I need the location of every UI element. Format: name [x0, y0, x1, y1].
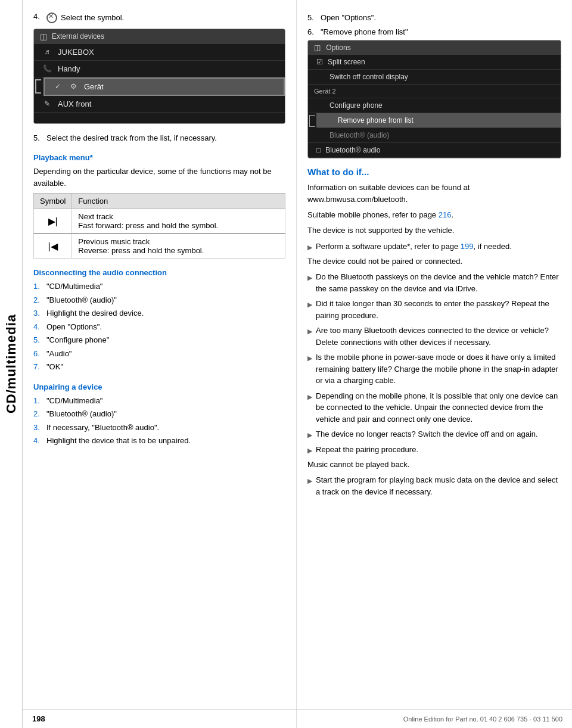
table-row-prev: |◀ Previous music track Reverse: press a… — [34, 234, 285, 259]
bullet-noreact-text: The device no longer reacts? Switch the … — [316, 428, 561, 440]
bullet-timeout-text: Did it take longer than 30 seconds to en… — [316, 298, 561, 321]
footer-publication-text: Online Edition for Part no. 01 40 2 606 … — [403, 715, 562, 723]
para2-link[interactable]: 216 — [439, 210, 452, 219]
list-item: 7."OK" — [33, 361, 285, 373]
step5-right-number: 5. — [307, 12, 321, 24]
bullet-item-startprog: ▶ Start the program for playing back mus… — [307, 474, 561, 497]
page-199-link[interactable]: 199 — [461, 242, 474, 251]
bullet-item-software: ▶ Perform a software update*, refer to p… — [307, 241, 561, 253]
step5-right: 5. Open "Options". — [307, 12, 561, 24]
bullet-passkeys-text: Do the Bluetooth passkeys on the device … — [316, 271, 561, 294]
device-header: ◫ External devices — [34, 29, 285, 44]
list-item: 3.Highlight the desired device. — [33, 307, 285, 319]
device-item-jukebox-label: JUKEBOX — [58, 48, 94, 57]
device-item-jukebox[interactable]: ♬ JUKEBOX — [34, 44, 285, 61]
bullet-item-toomany: ▶ Are too many Bluetooth devices connect… — [307, 325, 561, 348]
para5: Music cannot be played back. — [307, 459, 561, 471]
device-item-aux[interactable]: ✎ AUX front — [34, 96, 285, 113]
options-item-bt-audio-check[interactable]: □ Bluetooth® audio — [308, 143, 561, 158]
disconnect-steps-list: 1."CD/Multimedia" 2."Bluetooth® (audio)"… — [33, 281, 285, 373]
external-devices-icon: ◫ — [40, 32, 47, 41]
device-header-title: External devices — [52, 32, 104, 41]
para1: Information on suitable devices can be f… — [307, 182, 561, 206]
symbol-next: ▶| — [34, 209, 72, 234]
function-next: Next track Fast forward: press and hold … — [72, 209, 285, 234]
footer-page-number: 198 — [32, 714, 45, 723]
bullet-item-timeout: ▶ Did it take longer than 30 seconds to … — [307, 298, 561, 321]
bullet-onedevice-text: Depending on the mobile phone, it is pos… — [316, 390, 561, 425]
playback-heading: Playback menu* — [33, 153, 285, 162]
step6-right-number: 6. — [307, 26, 321, 38]
settings-symbol-icon — [46, 13, 57, 23]
list-item: 2."Bluetooth® (audio)" — [33, 408, 285, 420]
split-screen-icon: ☑ — [316, 58, 323, 66]
check-icon: ✓ — [53, 82, 63, 91]
list-item: 6."Audio" — [33, 348, 285, 360]
bullet-startprog-text: Start the program for playing back music… — [316, 474, 561, 497]
bracket-row: ✓ ⚙ Gerät — [34, 77, 285, 96]
disconnect-heading: Disconnecting the audio connection — [33, 268, 285, 277]
bullet-powersave-text: Is the mobile phone in power-save mode o… — [316, 351, 561, 387]
bullet-repeat-text: Repeat the pairing procedure. — [316, 444, 561, 456]
symbol-table: Symbol Function ▶| Next track Fast forwa… — [33, 193, 285, 259]
options-item-configure[interactable]: Configure phone — [308, 98, 561, 113]
bullet-item-passkeys: ▶ Do the Bluetooth passkeys on the devic… — [307, 271, 561, 294]
bullet-tri-powersave: ▶ — [307, 353, 312, 363]
bullet-triangle-icon: ▶ — [307, 242, 312, 253]
options-header: ◫ Options — [308, 41, 561, 55]
col-symbol: Symbol — [34, 194, 72, 209]
jukebox-icon: ♬ — [42, 48, 52, 56]
function-prev: Previous music track Reverse: press and … — [72, 234, 285, 259]
sidebar-label: CD/multimedia — [0, 0, 23, 728]
table-header-row: Symbol Function — [34, 194, 285, 209]
device-body: ♬ JUKEBOX 📞 Handy ✓ ⚙ Gerät — [34, 44, 285, 123]
list-item: 4.Highlight the device that is to be unp… — [33, 435, 285, 447]
bullet-tri-toomany: ▶ — [307, 326, 312, 337]
options-item-gerat2: Gerät 2 — [308, 85, 561, 98]
options-screenshot: ◫ Options ☑ Split screen Switch off cont… — [307, 40, 561, 158]
bt-audio-checkbox-icon: □ — [316, 146, 321, 154]
left-column: 4. Select the symbol. ◫ External devices… — [23, 0, 297, 728]
bullet-toomany-text: Are too many Bluetooth devices connected… — [316, 325, 561, 348]
options-item-switch-off[interactable]: Switch off control display — [308, 70, 561, 85]
options-header-title: Options — [326, 43, 350, 52]
options-item-remove[interactable]: Remove phone from list — [316, 113, 561, 128]
options-header-icon: ◫ — [314, 43, 321, 52]
bullet-item-onedevice: ▶ Depending on the mobile phone, it is p… — [307, 390, 561, 425]
bullet-item-repeat: ▶ Repeat the pairing procedure. — [307, 444, 561, 456]
step4-number: 4. — [33, 12, 46, 21]
step6-right: 6. "Remove phone from list" — [307, 26, 561, 38]
unpair-heading: Unpairing a device — [33, 382, 285, 391]
device-item-gerat[interactable]: ✓ ⚙ Gerät — [43, 77, 285, 96]
handy-icon: 📞 — [42, 64, 52, 73]
list-item: 1."CD/Multimedia" — [33, 281, 285, 293]
right-column: 5. Open "Options". 6. "Remove phone from… — [297, 0, 572, 728]
step5-left-text: Select the desired track from the list, … — [46, 132, 285, 144]
device-item-handy-label: Handy — [58, 64, 80, 73]
table-row-next: ▶| Next track Fast forward: press and ho… — [34, 209, 285, 234]
para2: Suitable mobile phones, refer to page 21… — [307, 209, 561, 221]
list-item: 2."Bluetooth® (audio)" — [33, 294, 285, 306]
device-item-gerat-label: Gerät — [84, 82, 104, 91]
list-item: 4.Open "Options". — [33, 321, 285, 333]
para2-prefix: Suitable mobile phones, refer to page — [307, 210, 439, 219]
bullet-tri-timeout: ▶ — [307, 300, 312, 310]
unpair-steps-list: 1."CD/Multimedia" 2."Bluetooth® (audio)"… — [33, 395, 285, 447]
bullet-software-text: Perform a software update*, refer to pag… — [316, 241, 561, 253]
device-item-handy[interactable]: 📞 Handy — [34, 61, 285, 77]
footer: 198 Online Edition for Part no. 01 40 2 … — [23, 709, 572, 728]
options-item-split[interactable]: ☑ Split screen — [308, 55, 561, 70]
step5-left: 5. Select the desired track from the lis… — [33, 132, 285, 144]
step4-row: 4. Select the symbol. — [33, 12, 285, 24]
para3: The device is not supported by the vehic… — [307, 225, 561, 237]
list-item: 5."Configure phone" — [33, 334, 285, 346]
step4-text: Select the symbol. — [61, 12, 124, 24]
aux-icon: ✎ — [42, 99, 52, 108]
step5-left-number: 5. — [33, 132, 46, 144]
list-item: 1."CD/Multimedia" — [33, 395, 285, 407]
para2-suffix: . — [451, 210, 453, 219]
symbol-prev: |◀ — [34, 234, 72, 259]
gerat-settings-icon: ⚙ — [69, 82, 78, 91]
list-item: 3.If necessary, "Bluetooth® audio". — [33, 422, 285, 434]
bullet-tri-passkeys: ▶ — [307, 273, 312, 283]
